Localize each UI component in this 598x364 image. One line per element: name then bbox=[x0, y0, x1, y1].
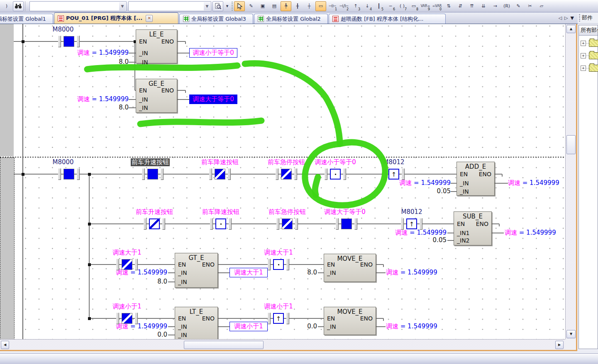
tree-folder-item[interactable]: + bbox=[581, 65, 598, 72]
panel-grip[interactable] bbox=[579, 14, 580, 22]
partial-left-icon[interactable]: ) bbox=[1, 1, 12, 11]
branch-updown-icon[interactable]: ⇅ bbox=[443, 1, 454, 11]
function-box-icon[interactable]: ▭8 bbox=[408, 1, 419, 11]
output-label-box[interactable]: 调速小于1 bbox=[229, 322, 268, 331]
ladder-contact[interactable] bbox=[276, 168, 297, 180]
scroll-down-button[interactable]: ▼ bbox=[566, 330, 576, 338]
contact-label[interactable]: 调速大于1 bbox=[264, 249, 293, 257]
ladder-canvas[interactable]: LE_EEN_IN_INENOGE_EEN_IN_INENOADD_EEN_IN… bbox=[0, 24, 565, 339]
function-block-ADD_E[interactable]: ADD_EEN_IN_INENO bbox=[456, 162, 495, 196]
output-label-box[interactable]: 调速小于等于0 bbox=[189, 48, 237, 58]
batch-edit-icon[interactable]: ▤ bbox=[269, 1, 280, 11]
delete-line-icon[interactable]: ┼ bbox=[304, 1, 315, 11]
contact-label[interactable]: M8012 bbox=[383, 158, 404, 166]
contact-label[interactable]: 调速大于等于0 bbox=[324, 208, 366, 216]
wire-mode-icon[interactable]: ╄ bbox=[281, 1, 291, 11]
contact-label[interactable]: 前车降速按钮 bbox=[202, 208, 239, 216]
coil-icon[interactable]: ( )7 bbox=[397, 1, 408, 11]
comment-edit-icon[interactable]: ✎ bbox=[513, 1, 524, 11]
scroll-right-button[interactable]: ▶ bbox=[555, 341, 564, 349]
scroll-left-button[interactable]: ◀ bbox=[1, 341, 9, 349]
ladder-contact[interactable] bbox=[58, 168, 80, 180]
tab-menu-icon[interactable]: ▼ bbox=[571, 15, 574, 21]
contact-rise-icon[interactable]: ↑3 bbox=[350, 1, 361, 11]
tab-scroll-right-icon[interactable]: ▷ bbox=[564, 15, 568, 21]
find-binoculars-icon[interactable] bbox=[13, 1, 24, 11]
tab-1[interactable]: 全局标签设置 Global1 bbox=[0, 14, 53, 24]
hline-icon[interactable]: ─6 bbox=[385, 1, 396, 11]
ladder-contact[interactable] bbox=[336, 218, 357, 230]
function-block-MOVE_E[interactable]: MOVE_EEN_INENO bbox=[324, 254, 376, 282]
contact-label[interactable]: M8000 bbox=[52, 26, 73, 33]
vertical-scrollbar[interactable]: ▲▼ bbox=[565, 24, 576, 339]
function-block-GE_E[interactable]: GE_EEN_IN_INENO bbox=[136, 79, 177, 113]
function-block-LE_E[interactable]: LE_EEN_IN_INENO bbox=[136, 29, 177, 63]
tree-folder-item[interactable]: + bbox=[581, 52, 598, 59]
output-label-box[interactable]: 调速大于等于0 bbox=[189, 95, 237, 104]
function-block-LT_E[interactable]: LT_EEN_IN_INENO bbox=[175, 307, 218, 339]
contact-label[interactable]: 前车急停按钮 bbox=[268, 208, 306, 216]
contact-label[interactable]: 前车升速按钮 bbox=[131, 158, 170, 166]
tab-5[interactable]: 超喂函数 [FB] 程序本体 [结构化... bbox=[329, 14, 446, 24]
branch-down-icon[interactable]: ⇊ bbox=[478, 1, 489, 11]
contact-label[interactable]: 调速大于1 bbox=[112, 249, 142, 257]
horizontal-scrollbar[interactable]: ◀▶ bbox=[0, 339, 565, 350]
tab-close-icon[interactable]: ✕ bbox=[146, 15, 153, 22]
jump-arrow-icon[interactable]: → bbox=[490, 1, 500, 11]
select-mode-icon[interactable] bbox=[234, 1, 245, 11]
ladder-contact[interactable]: ↑ bbox=[401, 218, 422, 230]
tab-2[interactable]: POU_01 [PRG] 程序本体 [...✕ bbox=[54, 12, 178, 24]
cut-rung-icon[interactable]: ✂ bbox=[525, 1, 535, 11]
var-assign-icon[interactable]: VAR=9 bbox=[420, 1, 431, 11]
combo-device[interactable]: ▼ bbox=[29, 1, 127, 11]
combo-value[interactable]: ▼ bbox=[128, 1, 211, 11]
device-display-icon[interactable]: ▣ bbox=[257, 1, 268, 11]
tree-expand-icon[interactable]: + bbox=[581, 66, 586, 71]
partial-right-icon[interactable]: ▱ bbox=[536, 1, 547, 11]
ladder-contact[interactable] bbox=[144, 218, 165, 230]
contact-label[interactable]: 调速小于等于0 bbox=[315, 158, 356, 166]
contact-label[interactable]: 前车升速按钮 bbox=[136, 208, 173, 216]
ladder-contact[interactable] bbox=[116, 259, 138, 270]
edit-pencil-icon[interactable]: ✎ bbox=[246, 1, 256, 11]
horizontal-scroll-thumb[interactable] bbox=[184, 341, 264, 349]
branch-downup-icon[interactable]: ⇵ bbox=[455, 1, 466, 11]
ladder-contact[interactable] bbox=[325, 168, 346, 180]
ladder-contact[interactable]: ↑ bbox=[383, 168, 405, 180]
tab-4[interactable]: 全局标签设置 Global2 bbox=[254, 14, 328, 24]
tree-folder-item[interactable]: + bbox=[581, 40, 598, 47]
contact-label[interactable]: M8000 bbox=[52, 158, 73, 166]
rect-select-icon[interactable]: ▭ bbox=[315, 1, 326, 11]
contact-label[interactable]: M8012 bbox=[401, 208, 422, 216]
assign-var-icon[interactable]: =VAR0 bbox=[432, 1, 442, 11]
function-block-MOVE_E[interactable]: MOVE_EEN_INENO bbox=[324, 307, 376, 335]
function-block-SUB_E[interactable]: SUB_EEN_IN1_IN2ENO bbox=[454, 211, 492, 245]
output-label-box[interactable]: 调速大于1 bbox=[229, 268, 268, 277]
function-block-GT_E[interactable]: GT_EEN_IN_INENO bbox=[175, 253, 218, 288]
rung-number-margin-1[interactable] bbox=[0, 24, 14, 156]
ladder-contact[interactable] bbox=[142, 168, 164, 180]
contact-open-icon[interactable]: ⊣⊢1 bbox=[327, 1, 338, 11]
contact-close-icon[interactable]: ⊣/⊢2 bbox=[339, 1, 349, 11]
ladder-contact[interactable]: ↑ bbox=[268, 313, 289, 324]
branch-up-icon[interactable]: ⇈ bbox=[466, 1, 477, 11]
toolbar-grip[interactable] bbox=[232, 2, 233, 11]
contact-label[interactable]: 前车急停按钮 bbox=[268, 158, 305, 166]
contact-label[interactable]: 调速小于1 bbox=[264, 303, 293, 311]
combo-dropdown-arrow[interactable]: ▼ bbox=[204, 2, 210, 10]
tab-scroll-left-icon[interactable]: ◁ bbox=[559, 15, 562, 21]
ladder-contact[interactable] bbox=[116, 313, 138, 324]
contact-label[interactable]: 调速小于1 bbox=[112, 303, 142, 311]
contact-label[interactable]: 前车降速按钮 bbox=[201, 158, 239, 166]
scroll-up-button[interactable]: ▲ bbox=[566, 25, 576, 33]
parts-list-header[interactable]: 所有部件 bbox=[579, 25, 598, 36]
reset-icon[interactable]: (R) bbox=[501, 1, 512, 11]
tree-expand-icon[interactable]: + bbox=[581, 41, 586, 46]
ladder-contact[interactable] bbox=[209, 168, 231, 180]
vertical-line-icon[interactable]: ╂ bbox=[292, 1, 303, 11]
ladder-contact[interactable] bbox=[58, 36, 80, 47]
rung-number-margin-2[interactable] bbox=[0, 158, 15, 339]
tab-3[interactable]: 全局标签设置 Global3 bbox=[179, 14, 253, 24]
tree-expand-icon[interactable]: + bbox=[581, 53, 586, 58]
ladder-contact[interactable] bbox=[268, 259, 289, 270]
